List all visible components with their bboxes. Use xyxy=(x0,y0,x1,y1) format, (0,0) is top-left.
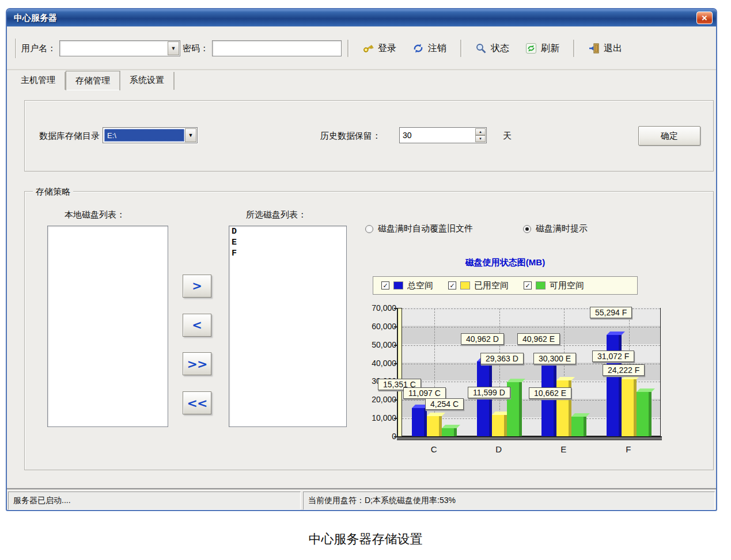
exit-button[interactable]: 退出 xyxy=(584,40,627,57)
x-axis-label: C xyxy=(422,444,445,454)
h-gridline xyxy=(402,345,660,346)
status-divider xyxy=(7,488,716,490)
move-left-button[interactable]: < xyxy=(183,314,211,337)
checkbox-checked-icon[interactable]: ✓ xyxy=(381,281,389,289)
combo-dropdown-icon[interactable]: ▼ xyxy=(168,41,179,55)
db-dir-combo[interactable]: E:\ ▼ xyxy=(103,127,198,143)
logout-button-label: 注销 xyxy=(428,43,446,55)
status-bar: 服务器已启动.... 当前使用盘符：D;本系统磁盘使用率:53% xyxy=(8,492,715,510)
password-label: 密码： xyxy=(183,43,209,54)
radio-overwrite-when-full[interactable]: 磁盘满时自动覆盖旧文件 xyxy=(365,223,473,234)
data-label: 11,599 D xyxy=(468,387,510,398)
chart-3d-wall xyxy=(397,308,402,437)
bar-可用空间-E xyxy=(571,417,586,436)
x-axis-label: F xyxy=(617,444,640,454)
refresh-button[interactable]: 刷新 xyxy=(521,40,564,57)
radio-icon[interactable] xyxy=(365,225,373,233)
data-label: 31,072 F xyxy=(592,351,634,362)
exit-button-label: 退出 xyxy=(604,43,622,55)
data-label: 10,662 E xyxy=(529,387,571,399)
local-disk-listbox[interactable] xyxy=(47,226,168,427)
retention-spinner: ▲ ▼ xyxy=(475,128,486,142)
y-axis-label: 40,000 xyxy=(370,359,396,368)
close-icon: ✕ xyxy=(702,14,708,22)
y-axis-tick xyxy=(394,436,397,437)
login-button-label: 登录 xyxy=(378,43,396,55)
refresh-icon xyxy=(525,43,537,54)
settings-panel: 数据库存储目录： E:\ ▼ 历史数据保留： ▲ ▼ 天 确定 xyxy=(24,100,714,172)
selected-disk-list-label: 所选磁盘列表： xyxy=(246,209,306,220)
selected-disk-listbox[interactable]: DEF xyxy=(229,226,347,427)
tab-host-management[interactable]: 主机管理 xyxy=(12,72,66,90)
spin-up-icon[interactable]: ▲ xyxy=(475,128,486,135)
data-label: 4,254 C xyxy=(425,398,464,410)
status-disk-info: 当前使用盘符：D;本系统磁盘使用率:53% xyxy=(303,492,715,510)
retention-input[interactable] xyxy=(400,128,473,142)
tab-system-settings[interactable]: 系统设置 xyxy=(120,72,175,90)
legend-item-total: ✓ 总空间 xyxy=(381,280,433,291)
h-gridline xyxy=(402,327,660,327)
retention-unit-label: 天 xyxy=(503,131,512,142)
bar-总空间-D xyxy=(477,361,492,436)
toolbar-separator xyxy=(347,40,349,57)
title-bar[interactable]: 中心服务器 ✕ xyxy=(7,9,716,26)
retention-label: 历史数据保留： xyxy=(320,131,381,142)
toolbar-grip[interactable] xyxy=(15,39,17,58)
y-axis-tick xyxy=(394,418,397,419)
close-button[interactable]: ✕ xyxy=(696,12,713,24)
logout-arrows-icon xyxy=(412,43,424,54)
list-item[interactable]: F xyxy=(229,248,346,259)
y-axis-label: 0 xyxy=(370,432,396,441)
y-axis-tick xyxy=(394,308,397,309)
password-input[interactable] xyxy=(212,40,342,56)
move-all-left-button[interactable]: << xyxy=(183,391,211,414)
bar-top-face xyxy=(607,332,625,335)
db-dir-selected-value: E:\ xyxy=(104,129,184,142)
storage-policy-title: 存储策略 xyxy=(33,186,73,197)
radio-selected-icon[interactable] xyxy=(523,225,531,233)
legend-item-free: ✓ 可用空间 xyxy=(524,280,584,291)
ok-button[interactable]: 确定 xyxy=(638,126,700,146)
bar-已用空间-F xyxy=(622,379,637,436)
radio-prompt-when-full[interactable]: 磁盘满时提示 xyxy=(523,223,588,234)
list-item[interactable]: D xyxy=(229,226,346,237)
logout-button[interactable]: 注销 xyxy=(408,40,451,57)
bar-已用空间-D xyxy=(492,415,507,436)
status-button[interactable]: 状态 xyxy=(471,40,514,57)
y-axis-label: 50,000 xyxy=(370,340,396,349)
checkbox-checked-icon[interactable]: ✓ xyxy=(448,281,456,289)
data-label: 24,222 F xyxy=(603,364,645,376)
toolbar: 用户名： ▼ 密码： 登录 xyxy=(7,28,716,70)
local-disk-list-label: 本地磁盘列表： xyxy=(65,209,125,220)
spin-down-icon[interactable]: ▼ xyxy=(475,135,486,142)
window-title: 中心服务器 xyxy=(14,13,57,24)
chart-legend: ✓ 总空间 ✓ 已用空间 ✓ 可用空间 xyxy=(373,276,638,295)
y-axis-tick xyxy=(394,363,397,364)
data-label: 55,294 F xyxy=(590,307,632,318)
db-dir-label: 数据库存储目录： xyxy=(39,131,108,142)
x-axis-label: D xyxy=(487,444,510,454)
legend-label-used: 已用空间 xyxy=(474,280,509,291)
radio-prompt-label: 磁盘满时提示 xyxy=(536,223,588,234)
login-button[interactable]: 登录 xyxy=(358,40,401,57)
username-label: 用户名： xyxy=(21,43,56,54)
data-label: 40,962 E xyxy=(517,333,560,345)
combo-dropdown-icon[interactable]: ▼ xyxy=(185,128,196,142)
legend-item-used: ✓ 已用空间 xyxy=(448,280,509,291)
legend-label-free: 可用空间 xyxy=(550,280,584,291)
tab-storage-management[interactable]: 存储管理 xyxy=(66,71,120,90)
move-right-button[interactable]: > xyxy=(183,275,211,298)
data-label: 11,097 C xyxy=(403,387,446,399)
tab-strip: 主机管理 存储管理 系统设置 xyxy=(12,71,175,90)
move-all-right-button[interactable]: >> xyxy=(183,352,211,375)
exit-door-icon xyxy=(588,43,600,54)
radio-overwrite-label: 磁盘满时自动覆盖旧文件 xyxy=(378,223,473,234)
disk-usage-chart: CDEF010,00020,00030,00040,00050,00060,00… xyxy=(370,303,684,456)
bar-可用空间-C xyxy=(442,428,457,436)
app-window: 中心服务器 ✕ 用户名： ▼ 密码： xyxy=(6,8,717,511)
checkbox-checked-icon[interactable]: ✓ xyxy=(524,281,532,289)
username-combo[interactable]: ▼ xyxy=(59,40,180,56)
legend-label-total: 总空间 xyxy=(407,280,433,291)
list-item[interactable]: E xyxy=(229,237,346,248)
data-label: 30,300 E xyxy=(533,353,576,364)
